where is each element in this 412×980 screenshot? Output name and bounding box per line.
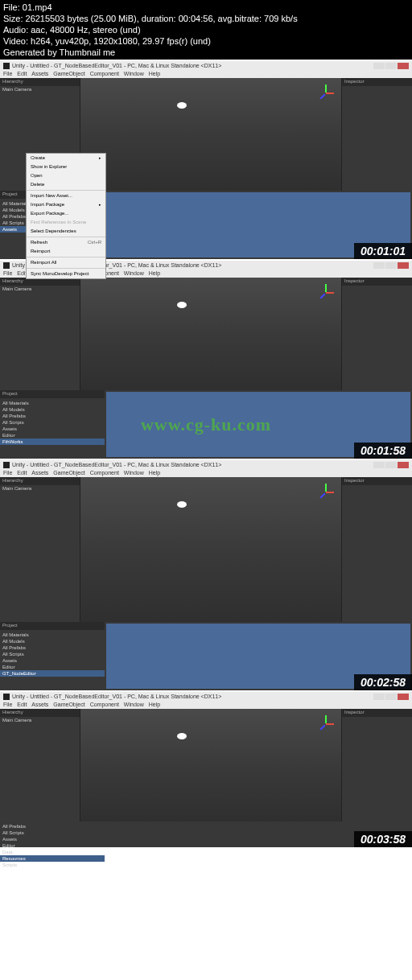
minimize-button[interactable] (373, 694, 385, 700)
hierarchy-header[interactable]: Hierarchy (0, 709, 80, 717)
ctx-reimport[interactable]: Reimport (27, 247, 105, 256)
orientation-gizmo[interactable] (317, 284, 335, 302)
hierarchy-panel[interactable]: Hierarchy Main Camera (0, 278, 80, 390)
hierarchy-header[interactable]: Hierarchy (0, 78, 80, 86)
ctx-reimport-all[interactable]: Reimport All (27, 258, 105, 267)
menu-help[interactable]: Help (149, 469, 160, 477)
tree-prefabs[interactable]: All Prefabs (0, 823, 105, 830)
menu-edit[interactable]: Edit (17, 701, 27, 709)
menu-assets[interactable]: Assets (31, 469, 48, 477)
hierarchy-panel[interactable]: Hierarchy Main Camera (0, 709, 80, 821)
ctx-import-asset[interactable]: Import New Asset... (27, 191, 105, 200)
main-camera-item[interactable]: Main Camera (0, 286, 80, 292)
ctx-delete[interactable]: Delete (27, 180, 105, 189)
menu-gameobject[interactable]: GameObject (53, 469, 84, 477)
menu-file[interactable]: File (3, 701, 12, 709)
minimize-button[interactable] (373, 63, 385, 69)
project-header[interactable]: Project (0, 622, 105, 630)
tree-assets[interactable]: Assets (0, 426, 105, 432)
menu-file[interactable]: File (3, 469, 12, 477)
inspector-header[interactable]: Inspector (342, 278, 412, 286)
tree-editor[interactable]: Editor (0, 664, 105, 670)
orientation-gizmo[interactable] (317, 715, 335, 733)
menu-file[interactable]: File (3, 270, 12, 278)
scene-view[interactable] (80, 278, 341, 390)
project-panel[interactable]: All Prefabs All Scripts Assets Editor Da… (0, 821, 105, 847)
scene-object[interactable] (177, 102, 187, 109)
menu-gameobject[interactable]: GameObject (53, 701, 84, 709)
tree-models[interactable]: All Models (0, 406, 105, 413)
hierarchy-panel[interactable]: Hierarchy Main Camera (0, 477, 80, 622)
ctx-refresh[interactable]: RefreshCtrl+R (27, 238, 105, 247)
tree-gtnode[interactable]: GT_NodeEditor (0, 670, 105, 677)
close-button[interactable] (398, 63, 409, 69)
inspector-panel[interactable]: Inspector (341, 477, 412, 622)
tree-prefabs[interactable]: All Prefabs (0, 413, 105, 419)
menu-assets[interactable]: Assets (31, 701, 48, 709)
context-menu[interactable]: Create▸ Show in Explorer Open Delete Imp… (26, 153, 106, 279)
menu-window[interactable]: Window (124, 70, 144, 78)
tree-assets[interactable]: Assets (0, 836, 105, 842)
close-button[interactable] (398, 262, 409, 269)
inspector-header[interactable]: Inspector (342, 78, 412, 86)
project-panel[interactable]: Project All Materials All Models All Pre… (0, 622, 105, 690)
ctx-export-package[interactable]: Export Package... (27, 209, 105, 218)
minimize-button[interactable] (373, 462, 385, 468)
menu-bar[interactable]: File Edit Assets GameObject Component Wi… (0, 469, 412, 477)
inspector-panel[interactable]: Inspector (341, 709, 412, 821)
tree-models[interactable]: All Models (0, 638, 105, 644)
scene-object[interactable] (177, 501, 187, 508)
window-titlebar[interactable]: Unity - Untitled - GT_NodeBasedEditor_V0… (0, 460, 412, 469)
menu-gameobject[interactable]: GameObject (53, 70, 84, 78)
tree-editor[interactable]: Editor (0, 432, 105, 439)
hierarchy-header[interactable]: Hierarchy (0, 477, 80, 485)
orientation-gizmo[interactable] (317, 84, 335, 102)
menu-bar[interactable]: File Edit Assets GameObject Component Wi… (0, 701, 412, 709)
menu-assets[interactable]: Assets (31, 70, 48, 78)
tree-prefabs[interactable]: All Prefabs (0, 644, 105, 651)
inspector-panel[interactable]: Inspector (341, 78, 412, 191)
inspector-header[interactable]: Inspector (342, 709, 412, 717)
menu-bar[interactable]: File Edit Assets GameObject Component Wi… (0, 70, 412, 78)
tree-materials[interactable]: All Materials (0, 400, 105, 406)
menu-window[interactable]: Window (124, 270, 144, 278)
ctx-sync[interactable]: Sync MonoDevelop Project (27, 270, 105, 278)
window-titlebar[interactable]: Unity - Untitled - GT_NodeBasedEditor_V0… (0, 61, 412, 70)
maximize-button[interactable] (385, 694, 397, 700)
menu-file[interactable]: File (3, 70, 12, 78)
main-camera-item[interactable]: Main Camera (0, 717, 80, 723)
ctx-select-deps[interactable]: Select Dependencies (27, 227, 105, 236)
tree-scripts[interactable]: All Scripts (0, 651, 105, 657)
menu-component[interactable]: Component (90, 701, 119, 709)
ctx-import-package[interactable]: Import Package▸ (27, 200, 105, 209)
menu-edit[interactable]: Edit (17, 469, 27, 477)
project-header[interactable]: Project (0, 390, 105, 398)
menu-window[interactable]: Window (124, 701, 144, 709)
menu-component[interactable]: Component (90, 70, 119, 78)
tree-data[interactable]: Data (0, 849, 105, 855)
window-titlebar[interactable]: Unity - Untitled - GT_NodeBasedEditor_V0… (0, 692, 412, 701)
ctx-show-explorer[interactable]: Show in Explorer (27, 163, 105, 171)
scene-view[interactable] (80, 78, 341, 191)
project-panel[interactable]: Project All Materials All Models All Pre… (0, 390, 105, 459)
maximize-button[interactable] (385, 63, 397, 69)
close-button[interactable] (398, 462, 409, 468)
tree-resources[interactable]: Resources (0, 855, 105, 862)
tree-fthworks[interactable]: FthWorks (0, 439, 105, 445)
scene-view[interactable] (80, 477, 341, 622)
menu-help[interactable]: Help (149, 270, 160, 278)
tree-materials[interactable]: All Materials (0, 632, 105, 638)
tree-scripts[interactable]: All Scripts (0, 419, 105, 426)
menu-help[interactable]: Help (149, 70, 160, 78)
inspector-header[interactable]: Inspector (342, 477, 412, 485)
minimize-button[interactable] (373, 262, 385, 269)
tree-editor[interactable]: Editor (0, 842, 105, 849)
scene-object[interactable] (177, 302, 187, 308)
main-camera-item[interactable]: Main Camera (0, 86, 80, 93)
tree-scripts[interactable]: All Scripts (0, 830, 105, 836)
menu-window[interactable]: Window (124, 469, 144, 477)
maximize-button[interactable] (385, 462, 397, 468)
inspector-panel[interactable]: Inspector (341, 278, 412, 390)
scene-view[interactable] (80, 709, 341, 821)
main-camera-item[interactable]: Main Camera (0, 485, 80, 492)
